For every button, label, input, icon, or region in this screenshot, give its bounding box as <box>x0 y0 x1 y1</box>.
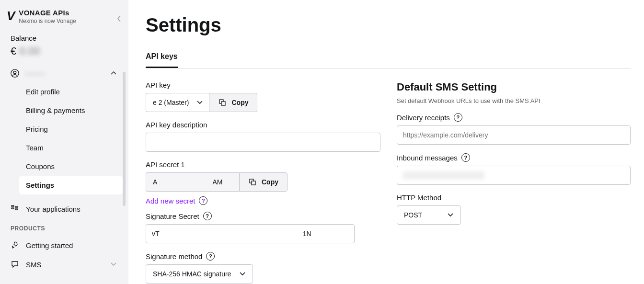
balance-value: € 0.00 <box>11 45 118 57</box>
sms-subheading: Set default Webhook URLs to use with the… <box>397 97 631 104</box>
brand-name: VONAGE APIs <box>19 9 76 17</box>
help-icon[interactable]: ? <box>206 252 215 261</box>
brand-block: V VONAGE APIs Nexmo is now Vonage <box>0 9 128 31</box>
api-desc-input[interactable] <box>146 133 380 152</box>
nav-getting-started[interactable]: Getting started <box>0 236 128 255</box>
chevron-down-icon <box>196 98 204 107</box>
chevron-down-icon <box>446 211 455 219</box>
balance-label: Balance <box>11 34 118 42</box>
user-icon <box>11 69 19 78</box>
add-secret-label: Add new secret <box>146 197 195 205</box>
api-key-select[interactable]: e 2 (Master) <box>146 93 209 112</box>
svg-rect-7 <box>221 102 225 105</box>
copy-api-key-button[interactable]: Copy <box>209 93 257 112</box>
delivery-input[interactable] <box>397 125 631 145</box>
http-method-select[interactable]: POST <box>397 205 461 225</box>
help-icon[interactable]: ? <box>454 113 462 122</box>
inbound-value <box>403 171 484 179</box>
balance-block: Balance € 0.00 <box>0 31 128 64</box>
apps-icon <box>11 204 19 213</box>
sig-method-label: Signature method <box>146 252 202 261</box>
copy-icon <box>248 178 257 186</box>
account-name: ——— <box>25 69 104 77</box>
nav-label: SMS <box>26 261 42 269</box>
api-settings-column: API key e 2 (Master) Copy <box>146 81 380 284</box>
add-secret-link[interactable]: Add new secret ? <box>146 196 380 205</box>
help-icon[interactable]: ? <box>461 153 470 162</box>
nav-label: Your applications <box>26 205 80 213</box>
sidebar: V VONAGE APIs Nexmo is now Vonage Balanc… <box>0 0 128 284</box>
copy-icon <box>218 98 227 107</box>
brand-tagline: Nexmo is now Vonage <box>19 18 76 24</box>
nav-label: Getting started <box>26 241 73 250</box>
sig-method-value: SHA-256 HMAC signature <box>153 270 231 278</box>
sms-heading: Default SMS Setting <box>397 81 631 93</box>
chat-icon <box>11 260 19 269</box>
http-method-label: HTTP Method <box>397 193 631 202</box>
tab-api-keys[interactable]: API keys <box>146 52 178 68</box>
copy-api-secret-button[interactable]: Copy <box>239 172 288 192</box>
nav-your-applications[interactable]: Your applications <box>0 199 128 218</box>
api-desc-label: API key description <box>146 121 380 129</box>
subnav-pricing[interactable]: Pricing <box>19 120 123 138</box>
http-method-value: POST <box>404 211 422 219</box>
api-desc-field[interactable] <box>152 133 374 151</box>
sig-secret-value: vT 1N <box>152 230 311 238</box>
sms-settings-column: Default SMS Setting Set default Webhook … <box>397 81 631 284</box>
help-icon[interactable]: ? <box>203 212 212 220</box>
inbound-label: Inbound messages <box>397 154 458 162</box>
main-content: Settings API keys API key e 2 (Master) <box>128 0 644 284</box>
api-secret-value: A AM <box>153 178 222 186</box>
nav-sms[interactable]: SMS <box>0 255 128 274</box>
account-toggle[interactable]: ——— <box>0 64 128 82</box>
subnav-coupons[interactable]: Coupons <box>19 157 123 176</box>
copy-label: Copy <box>231 99 248 106</box>
vonage-logo-icon: V <box>7 9 14 23</box>
subnav-edit-profile[interactable]: Edit profile <box>19 82 123 101</box>
subnav-team[interactable]: Team <box>19 138 123 157</box>
svg-rect-9 <box>252 181 255 185</box>
chevron-down-icon <box>238 270 247 278</box>
chevron-up-icon <box>109 69 118 78</box>
chevron-down-icon <box>109 260 118 269</box>
svg-rect-3 <box>12 208 14 209</box>
tabs: API keys <box>146 52 631 68</box>
sig-method-select[interactable]: SHA-256 HMAC signature <box>146 264 253 284</box>
rocket-icon <box>11 241 19 250</box>
api-key-value: e 2 (Master) <box>153 99 189 106</box>
api-key-label: API key <box>146 81 380 89</box>
collapse-sidebar-button[interactable] <box>115 14 124 23</box>
account-subnav: Edit profile Billing & payments Pricing … <box>0 82 128 199</box>
subnav-settings[interactable]: Settings <box>19 176 123 194</box>
delivery-label: Delivery receipts <box>397 114 450 122</box>
svg-rect-2 <box>12 205 14 206</box>
inbound-input[interactable] <box>397 166 631 185</box>
sig-secret-label: Signature Secret <box>146 212 199 220</box>
api-secret-value-box: A AM <box>146 172 239 192</box>
svg-rect-5 <box>15 209 18 210</box>
page-title: Settings <box>146 14 631 36</box>
sig-secret-input[interactable]: vT 1N <box>146 224 355 243</box>
api-secret-label: API secret 1 <box>146 160 380 169</box>
delivery-field[interactable] <box>403 126 624 144</box>
subnav-billing[interactable]: Billing & payments <box>19 101 123 120</box>
products-heading: PRODUCTS <box>0 218 128 236</box>
svg-rect-4 <box>15 206 18 207</box>
svg-point-1 <box>13 71 16 74</box>
help-icon[interactable]: ? <box>199 196 207 205</box>
copy-label: Copy <box>262 178 278 186</box>
